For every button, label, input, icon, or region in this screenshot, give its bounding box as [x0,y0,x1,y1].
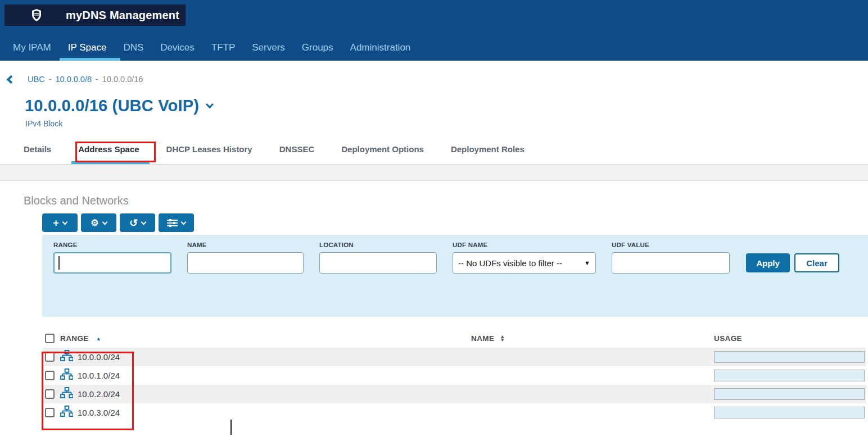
gear-icon: ⚙ [91,219,98,227]
app-title: myDNS Management [66,9,179,22]
logo-box: myDNS Management [4,4,186,26]
chevron-down-icon [102,219,107,225]
sliders-icon [167,219,178,227]
column-header-name[interactable]: NAME [471,334,494,343]
column-header-range[interactable]: RANGE [60,334,89,343]
range-link[interactable]: 10.0.3.0/24 [78,408,120,417]
row-checkbox[interactable] [45,371,55,380]
usage-bar [714,388,865,400]
row-checkbox[interactable] [45,352,55,362]
chevron-down-icon [62,219,67,225]
tab-address-space[interactable]: Address Space [78,140,139,164]
row-checkbox[interactable] [45,389,55,399]
tab-dhcp-leases-history[interactable]: DHCP Leases History [166,140,252,164]
nav-item-groups[interactable]: Groups [293,35,342,61]
text-caret [230,420,232,435]
tab-details[interactable]: Details [24,140,51,164]
main-nav: My IPAM IP Space DNS Devices TFTP Server… [0,35,868,61]
usage-bar [714,351,865,363]
nav-item-administration[interactable]: Administration [342,35,419,61]
name-filter-label: NAME [187,242,304,248]
udf-name-filter-label: UDF NAME [453,242,596,248]
nav-item-servers[interactable]: Servers [243,35,293,61]
chevron-down-icon [141,219,147,225]
sort-both-icon[interactable]: ▲▼ [500,335,505,342]
breadcrumb-separator: - [96,75,98,84]
network-icon [60,350,73,364]
usage-bar [714,407,865,418]
ubc-crest-icon [31,8,42,22]
app-header: myDNS Management My IPAM IP Space DNS De… [0,0,868,61]
settings-button[interactable]: ⚙ [81,213,116,232]
tab-deployment-options[interactable]: Deployment Options [341,140,424,164]
select-all-checkbox[interactable] [45,334,55,343]
page-title: 10.0.0.0/16 (UBC VoIP) [25,97,199,115]
nav-item-dns[interactable]: DNS [115,35,152,61]
network-icon [60,387,73,401]
location-filter-label: LOCATION [319,242,437,248]
network-icon [60,368,73,383]
tab-dnssec[interactable]: DNSSEC [279,140,315,164]
breadcrumb-current: 10.0.0.0/16 [102,75,143,84]
column-header-usage: USAGE [714,334,742,343]
select-arrow-icon: ▼ [584,260,590,266]
udf-value-filter-input[interactable] [612,252,730,274]
back-chevron-icon[interactable] [7,75,16,84]
table-row[interactable]: 10.0.1.0/24 [42,366,866,385]
title-dropdown-chevron-icon[interactable] [206,101,214,108]
screen: myDNS Management My IPAM IP Space DNS De… [0,0,868,437]
section-heading: Blocks and Networks [24,194,868,207]
plus-icon: + [53,218,59,228]
sub-tab-strip [0,165,868,181]
breadcrumb: UBC - 10.0.0.0/8 - 10.0.0.0/16 [7,73,868,85]
name-filter-input[interactable] [187,252,304,274]
table-row[interactable]: 10.0.2.0/24 [42,385,866,403]
table-row[interactable]: 10.0.3.0/24 [42,403,866,422]
range-link[interactable]: 10.0.0.0/24 [78,352,120,362]
sort-ascending-icon[interactable]: ▲ [96,336,101,342]
text-caret [58,256,60,270]
nav-item-ip-space[interactable]: IP Space [60,35,115,61]
location-filter-input[interactable] [319,252,437,274]
tab-bar: Details Address Space DHCP Leases Histor… [0,140,868,165]
range-filter-input[interactable] [53,252,171,274]
history-button[interactable]: ↺ [120,213,155,232]
clear-button[interactable]: Clear [794,253,839,272]
page-subtitle: IPv4 Block [25,119,868,128]
breadcrumb-link-slash8[interactable]: 10.0.0.0/8 [55,75,92,84]
nav-item-devices[interactable]: Devices [152,35,202,61]
range-link[interactable]: 10.0.2.0/24 [78,389,120,399]
breadcrumb-link-ubc[interactable]: UBC [28,75,45,84]
nav-item-my-ipam[interactable]: My IPAM [4,35,60,61]
history-icon: ↺ [129,218,138,228]
row-checkbox[interactable] [45,408,55,417]
range-link[interactable]: 10.0.1.0/24 [78,371,120,380]
table-row[interactable]: 10.0.0.0/24 [42,348,866,366]
title-row: 10.0.0.0/16 (UBC VoIP) [25,95,868,116]
add-button[interactable]: + [42,213,78,232]
view-options-button[interactable] [159,213,194,232]
udf-name-select[interactable]: -- No UDFs visible to filter -- ▼ [453,252,596,274]
udf-value-filter-label: UDF VALUE [612,242,730,248]
table-header-row: RANGE ▲ NAME ▲▼ USAGE [42,329,866,348]
toolbar: + ⚙ ↺ [42,213,868,232]
chevron-down-icon [181,219,187,225]
usage-bar [714,370,865,381]
blocks-networks-table: RANGE ▲ NAME ▲▼ USAGE 10.0.0.0/24 [42,329,866,422]
filter-panel: RANGE NAME LOCATION UDF NAME -- No UDFs … [42,235,868,317]
tab-deployment-roles[interactable]: Deployment Roles [451,140,525,164]
breadcrumb-separator: - [49,75,52,84]
range-filter-label: RANGE [53,242,171,248]
nav-item-tftp[interactable]: TFTP [203,35,244,61]
udf-name-selected-option: -- No UDFs visible to filter -- [458,258,562,268]
apply-button[interactable]: Apply [746,253,790,272]
network-icon [60,406,73,420]
